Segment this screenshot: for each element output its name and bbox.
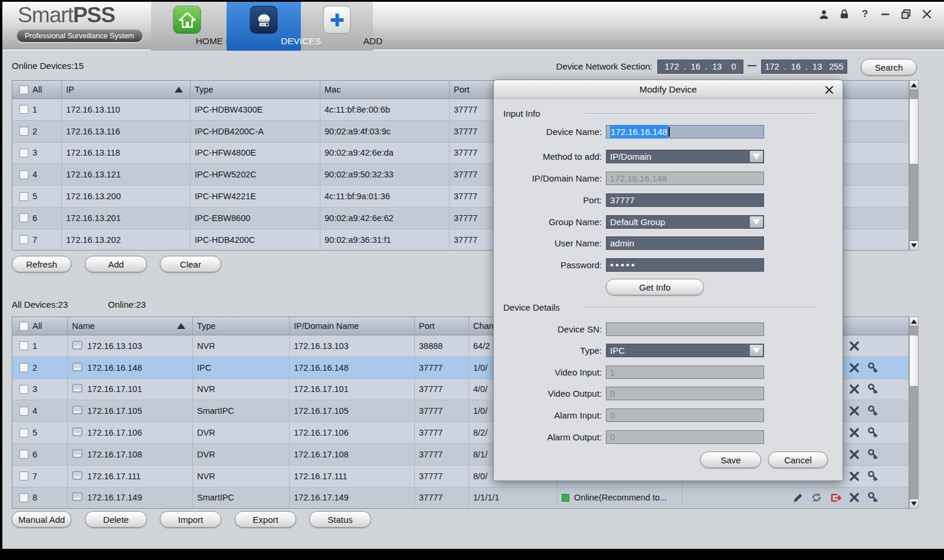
select-all-checkbox[interactable] bbox=[19, 85, 28, 94]
col-mac[interactable]: Mac bbox=[320, 81, 450, 98]
refresh-button[interactable]: Refresh bbox=[12, 256, 71, 272]
delete-button[interactable]: Delete bbox=[85, 511, 147, 528]
row-checkbox[interactable] bbox=[19, 170, 28, 179]
group-dropdown[interactable]: Default Group bbox=[606, 215, 764, 229]
delete-icon[interactable] bbox=[848, 449, 860, 460]
col-port-label: Port bbox=[454, 85, 470, 94]
delete-icon[interactable] bbox=[848, 362, 860, 374]
refresh-icon[interactable] bbox=[811, 492, 822, 503]
password-key-icon[interactable] bbox=[867, 362, 879, 374]
online-table-scrollbar[interactable] bbox=[909, 80, 919, 251]
import-button[interactable]: Import bbox=[160, 511, 221, 528]
search-button[interactable]: Search bbox=[861, 59, 917, 75]
row-checkbox[interactable] bbox=[19, 385, 28, 394]
delete-icon[interactable] bbox=[848, 492, 860, 503]
devices-table-scrollbar[interactable] bbox=[909, 317, 919, 509]
row-number: 7 bbox=[32, 472, 37, 481]
lock-icon[interactable] bbox=[838, 8, 851, 21]
password-key-icon[interactable] bbox=[867, 492, 879, 503]
get-info-button[interactable]: Get Info bbox=[606, 279, 704, 295]
delete-icon[interactable] bbox=[848, 470, 860, 482]
add-button[interactable]: Add bbox=[85, 256, 147, 272]
user-icon[interactable] bbox=[817, 8, 830, 21]
scroll-down-button[interactable] bbox=[910, 241, 918, 250]
device-name-label: Device Name: bbox=[494, 125, 602, 139]
chevron-down-icon[interactable] bbox=[750, 151, 763, 162]
col-type[interactable]: Type bbox=[191, 81, 320, 98]
row-checkbox[interactable] bbox=[19, 472, 28, 480]
close-icon[interactable] bbox=[920, 8, 933, 21]
delete-icon[interactable] bbox=[848, 383, 860, 395]
save-button[interactable]: Save bbox=[700, 452, 761, 468]
scroll-up-button[interactable] bbox=[910, 81, 918, 90]
cell-mac: 4c:11:bf:9a:01:36 bbox=[320, 186, 450, 207]
password-input[interactable]: ••••• bbox=[606, 258, 764, 272]
tab-add[interactable]: ADD bbox=[301, 2, 373, 51]
scrollbar-thumb[interactable] bbox=[910, 98, 918, 164]
export-button[interactable]: Export bbox=[235, 511, 296, 528]
device-name: 172.16.17.111 bbox=[87, 472, 141, 481]
row-checkbox[interactable] bbox=[19, 105, 28, 114]
col-ip-domain[interactable]: IP/Domain Name bbox=[290, 317, 415, 335]
edit-icon[interactable] bbox=[792, 492, 804, 503]
help-icon[interactable]: ? bbox=[858, 8, 871, 21]
cell-ip: 172.16.13.103 bbox=[290, 335, 415, 357]
device-name: 172.16.13.103 bbox=[87, 341, 142, 351]
col-ip[interactable]: IP bbox=[62, 81, 191, 98]
port-input[interactable]: 37777 bbox=[606, 193, 764, 207]
password-key-icon[interactable] bbox=[867, 383, 879, 395]
dialog-close-icon[interactable] bbox=[824, 84, 834, 95]
col-name[interactable]: Name bbox=[68, 317, 193, 335]
col-port[interactable]: Port bbox=[450, 81, 497, 98]
row-checkbox[interactable] bbox=[19, 149, 28, 157]
video-input-value: 1 bbox=[610, 366, 615, 378]
cell-name: 172.16.17.105 bbox=[68, 400, 193, 421]
cancel-button[interactable]: Cancel bbox=[768, 452, 828, 468]
row-checkbox[interactable] bbox=[19, 235, 28, 244]
row-checkbox[interactable] bbox=[19, 493, 28, 502]
chevron-down-icon[interactable] bbox=[750, 216, 763, 228]
chevron-down-icon[interactable] bbox=[750, 345, 763, 356]
logo-pss: PSS bbox=[73, 3, 115, 27]
row-checkbox[interactable] bbox=[19, 450, 28, 459]
password-key-icon[interactable] bbox=[867, 470, 879, 482]
delete-icon[interactable] bbox=[848, 405, 860, 417]
restore-icon[interactable] bbox=[900, 8, 913, 21]
select-all-checkbox[interactable] bbox=[19, 322, 28, 331]
status-button[interactable]: Status bbox=[309, 511, 371, 528]
password-key-icon[interactable] bbox=[867, 427, 879, 439]
cell-port: 37777 bbox=[415, 466, 469, 487]
delete-icon[interactable] bbox=[848, 427, 860, 439]
cell-select: 8 bbox=[12, 487, 68, 509]
password-key-icon[interactable] bbox=[867, 405, 879, 417]
manual-add-button[interactable]: Manual Add bbox=[12, 511, 71, 528]
row-checkbox[interactable] bbox=[19, 213, 28, 222]
device-name-input[interactable]: 172.16.16.148 bbox=[606, 125, 764, 139]
row-checkbox[interactable] bbox=[19, 429, 28, 437]
network-ip-from-input[interactable]: 172 . 16 . 13 0 bbox=[657, 60, 743, 74]
password-key-icon[interactable] bbox=[867, 449, 879, 460]
scroll-down-button[interactable] bbox=[910, 499, 918, 508]
logout-icon[interactable] bbox=[830, 492, 841, 503]
row-checkbox[interactable] bbox=[19, 192, 28, 201]
tab-home-page[interactable]: HOME PAGE bbox=[151, 2, 223, 51]
method-dropdown[interactable]: IP/Domain bbox=[606, 150, 764, 163]
row-checkbox[interactable] bbox=[19, 341, 28, 350]
type-dropdown[interactable]: IPC bbox=[606, 344, 764, 357]
row-checkbox[interactable] bbox=[19, 407, 28, 416]
col-port[interactable]: Port bbox=[415, 317, 469, 335]
row-checkbox[interactable] bbox=[19, 127, 28, 136]
tab-devices[interactable]: DEVICES bbox=[227, 2, 301, 51]
col-type[interactable]: Type bbox=[193, 317, 290, 335]
minimize-icon[interactable] bbox=[879, 8, 892, 21]
network-ip-to-input[interactable]: 172 . 16 . 13 255 bbox=[761, 60, 847, 74]
scroll-up-button[interactable] bbox=[910, 317, 918, 327]
delete-icon[interactable] bbox=[848, 340, 860, 352]
row-checkbox[interactable] bbox=[19, 363, 28, 372]
user-name-input[interactable]: admin bbox=[606, 236, 764, 250]
scrollbar-thumb[interactable] bbox=[910, 335, 918, 387]
device-row-8[interactable]: 8 172.16.17.149 SmartIPC 172.16.17.149 3… bbox=[12, 487, 909, 509]
field-user: User Name: admin bbox=[494, 236, 843, 250]
clear-button[interactable]: Clear bbox=[160, 256, 221, 272]
cell-type: IPC-HDB4200C bbox=[191, 229, 320, 251]
